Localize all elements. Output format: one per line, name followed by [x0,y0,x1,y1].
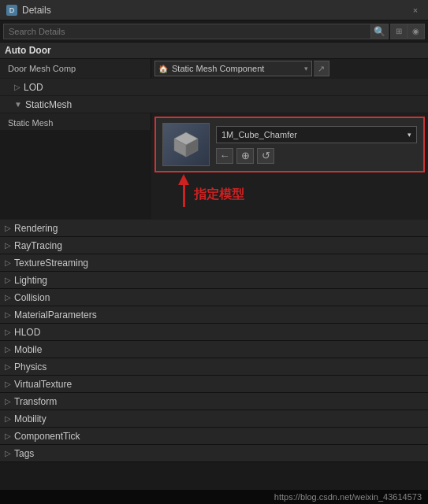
transform-arrow-icon: ▷ [5,397,11,406]
componenttick-section[interactable]: ▷ ComponentTick [0,428,428,445]
lighting-arrow-icon: ▷ [5,276,11,284]
door-mesh-comp-row: Door Mesh Comp 🏠 Static Mesh Component ▾… [0,59,428,79]
hlod-section[interactable]: ▷ HLOD [0,324,428,341]
mobile-section[interactable]: ▷ Mobile [0,341,428,358]
footer-url: https://blog.csdn.net/weixin_43614573 [274,492,422,502]
tags-section[interactable]: ▷ Tags [0,445,428,462]
content-area: Auto Door Door Mesh Comp 🏠 Static Mesh C… [0,43,428,504]
search-button[interactable]: 🔍 [371,24,389,39]
close-button[interactable]: × [409,4,422,17]
transform-label: Transform [14,396,57,407]
door-mesh-comp-value: 🏠 Static Mesh Component ▾ ↗ [151,59,428,78]
staticmesh-section[interactable]: ▼ StaticMesh [0,96,428,113]
static-mesh-value: 1M_Cube_Chamfer ▾ ← ⊕ ↺ 指定模型 [151,113,428,219]
staticmesh-label: StaticMesh [25,99,72,110]
title-bar: D Details × [0,0,428,20]
window-title: Details [22,5,409,16]
external-link-button[interactable]: ↗ [314,61,329,76]
mesh-dropdown-arrow-icon: ▾ [408,131,411,139]
reset-button[interactable]: ↺ [257,148,274,164]
mesh-actions: ← ⊕ ↺ [216,148,417,164]
raytracing-section[interactable]: ▷ RayTracing [0,237,428,254]
virtualtexture-arrow-icon: ▷ [5,380,11,388]
raytracing-arrow-icon: ▷ [5,241,11,250]
grid-button[interactable]: ⊞ [390,24,408,39]
static-mesh-prop-row: Static Mesh 1M_Cube_Chamfer [0,113,428,220]
texturestreaming-arrow-icon: ▷ [5,258,11,267]
rendering-label: Rendering [14,223,58,234]
collision-label: Collision [14,292,50,303]
collision-section[interactable]: ▷ Collision [0,289,428,306]
rendering-section[interactable]: ▷ Rendering [0,220,428,237]
transform-section[interactable]: ▷ Transform [0,393,428,410]
component-icon: 🏠 [158,65,168,73]
mesh-name-dropdown[interactable]: 1M_Cube_Chamfer ▾ [216,126,417,143]
arrow-back-button[interactable]: ← [216,148,233,164]
raytracing-label: RayTracing [14,240,62,251]
footer-spacer [0,462,428,481]
lod-arrow-icon: ▷ [14,83,20,91]
materialparameters-section[interactable]: ▷ MaterialParameters [0,306,428,324]
virtualtexture-section[interactable]: ▷ VirtualTexture [0,376,428,393]
mobile-label: Mobile [14,344,42,355]
rendering-arrow-icon: ▷ [5,224,11,232]
mobility-arrow-icon: ▷ [5,414,11,423]
physics-arrow-icon: ▷ [5,362,11,371]
search-bar: 🔍 ⊞ ◉ [0,20,428,43]
physics-section[interactable]: ▷ Physics [0,358,428,376]
componenttick-arrow-icon: ▷ [5,432,11,440]
collision-arrow-icon: ▷ [5,293,11,302]
component-type-dropdown[interactable]: 🏠 Static Mesh Component ▾ [154,61,312,76]
cube-svg [166,127,206,162]
hlod-arrow-icon: ▷ [5,328,11,336]
materialparameters-arrow-icon: ▷ [5,310,11,319]
auto-door-label: Auto Door [5,45,51,56]
mobile-arrow-icon: ▷ [5,345,11,354]
static-mesh-label: Static Mesh [0,113,151,130]
search-input[interactable] [3,24,371,39]
tags-label: Tags [14,448,34,459]
mesh-thumbnail [162,123,210,166]
lighting-section[interactable]: ▷ Lighting [0,272,428,289]
materialparameters-label: MaterialParameters [14,309,97,321]
componenttick-label: ComponentTick [14,431,80,442]
hlod-label: HLOD [14,327,40,338]
mesh-card: 1M_Cube_Chamfer ▾ ← ⊕ ↺ [154,117,425,172]
annotation-container: 指定模型 [154,172,425,216]
mobility-label: Mobility [14,413,47,424]
arrow-shaft [183,185,185,207]
dropdown-arrow-icon: ▾ [304,65,308,72]
physics-label: Physics [14,361,47,372]
eye-button[interactable]: ◉ [408,24,425,39]
virtualtexture-label: VirtualTexture [14,379,72,390]
mesh-info: 1M_Cube_Chamfer ▾ ← ⊕ ↺ [216,126,417,164]
mobility-section[interactable]: ▷ Mobility [0,410,428,428]
locate-button[interactable]: ⊕ [236,148,254,164]
staticmesh-arrow-icon: ▼ [14,100,22,109]
tags-arrow-icon: ▷ [5,449,11,458]
texturestreaming-label: TextureStreaming [14,258,88,269]
lod-section[interactable]: ▷ LOD [0,79,428,96]
lighting-label: Lighting [14,275,47,286]
details-icon: D [6,5,17,16]
door-mesh-comp-label: Door Mesh Comp [0,59,151,78]
arrow-head-icon [178,174,189,185]
footer: https://blog.csdn.net/weixin_43614573 [0,490,428,504]
texturestreaming-section[interactable]: ▷ TextureStreaming [0,254,428,272]
lod-label: LOD [24,82,43,93]
annotation-text: 指定模型 [194,187,244,203]
auto-door-header: Auto Door [0,43,428,59]
red-arrow [178,174,189,207]
